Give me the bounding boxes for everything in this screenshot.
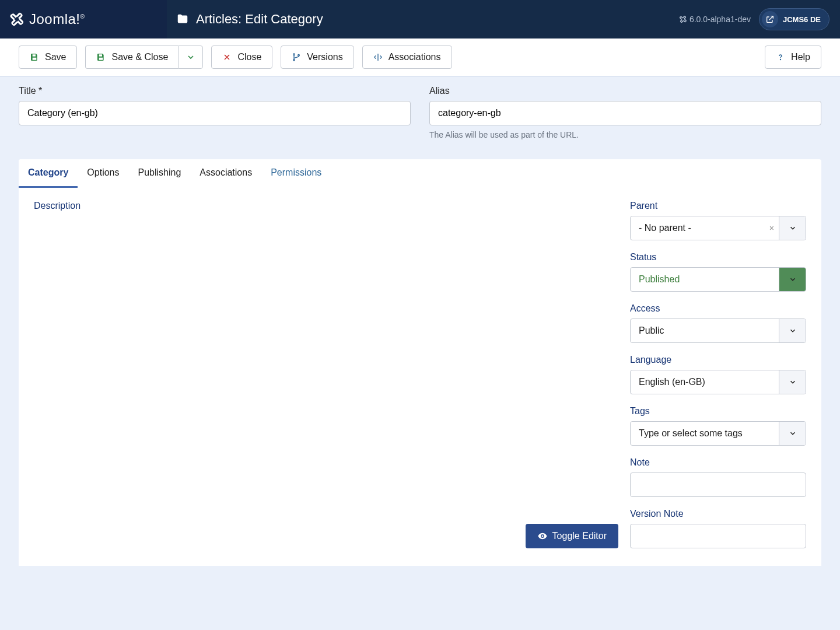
tab-publishing[interactable]: Publishing	[129, 159, 191, 188]
tab-associations[interactable]: Associations	[190, 159, 261, 188]
svg-point-2	[298, 54, 300, 56]
form-header: Title * Alias The Alias will be used as …	[0, 76, 840, 142]
description-label: Description	[34, 201, 618, 211]
tags-label: Tags	[630, 406, 806, 416]
folder-icon	[176, 13, 189, 26]
language-label: Language	[630, 355, 806, 365]
title-input[interactable]	[19, 101, 411, 125]
chevron-down-icon	[779, 370, 806, 394]
svg-point-3	[780, 59, 781, 60]
associations-button[interactable]: Associations	[362, 46, 452, 69]
title-label: Title *	[19, 86, 411, 96]
help-icon	[776, 52, 785, 62]
access-field: Access Public	[630, 303, 806, 343]
note-label: Note	[630, 457, 806, 468]
language-select[interactable]: English (en-GB)	[630, 370, 806, 394]
version-note-input[interactable]	[630, 524, 806, 548]
page-title-area: Articles: Edit Category	[167, 12, 679, 27]
version-text[interactable]: 6.0.0-alpha1-dev	[679, 15, 751, 24]
tags-field: Tags Type or select some tags	[630, 406, 806, 446]
note-field: Note	[630, 457, 806, 497]
joomla-mini-icon	[679, 15, 687, 23]
site-link-pill[interactable]: JCMS6 DE	[759, 8, 830, 30]
access-select[interactable]: Public	[630, 318, 806, 343]
parent-field: Parent - No parent - ×	[630, 201, 806, 240]
status-label: Status	[630, 252, 806, 262]
save-close-group: Save & Close	[85, 46, 203, 69]
clear-icon[interactable]: ×	[765, 216, 779, 240]
svg-point-0	[293, 54, 295, 55]
eye-icon	[537, 531, 548, 541]
associations-icon	[373, 52, 383, 62]
tab-permissions[interactable]: Permissions	[261, 159, 331, 188]
chevron-down-icon	[186, 52, 195, 62]
language-field: Language English (en-GB)	[630, 355, 806, 394]
branch-icon	[292, 52, 301, 62]
help-button[interactable]: Help	[765, 46, 821, 69]
brand-text: Joomla!®	[29, 11, 85, 27]
parent-label: Parent	[630, 201, 806, 211]
title-field-wrap: Title *	[19, 86, 411, 139]
joomla-icon	[9, 12, 24, 27]
save-icon	[96, 52, 106, 62]
side-fields: Parent - No parent - × Status Published …	[630, 201, 806, 548]
save-dropdown-button[interactable]	[178, 46, 203, 69]
svg-point-1	[293, 59, 295, 61]
access-label: Access	[630, 303, 806, 314]
external-icon	[762, 11, 778, 27]
brand-area[interactable]: Joomla!®	[0, 0, 167, 38]
status-field: Status Published	[630, 252, 806, 292]
toolbar: Save Save & Close Close Versions Associa…	[0, 38, 840, 76]
tags-select[interactable]: Type or select some tags	[630, 421, 806, 446]
panel-body: Description Toggle Editor Parent - No pa…	[19, 188, 821, 566]
save-icon	[30, 52, 39, 62]
chevron-down-icon	[779, 422, 806, 445]
versions-button[interactable]: Versions	[281, 46, 354, 69]
parent-select[interactable]: - No parent - ×	[630, 216, 806, 240]
editor-column: Description Toggle Editor	[34, 201, 618, 548]
version-note-label: Version Note	[630, 509, 806, 519]
close-button[interactable]: Close	[211, 46, 272, 69]
page-title: Articles: Edit Category	[196, 12, 323, 27]
chevron-down-icon	[779, 216, 806, 240]
alias-input[interactable]	[429, 101, 821, 125]
site-name: JCMS6 DE	[783, 15, 821, 24]
top-header: Joomla!® Articles: Edit Category 6.0.0-a…	[0, 0, 840, 38]
note-input[interactable]	[630, 473, 806, 497]
toggle-editor-button[interactable]: Toggle Editor	[526, 524, 618, 548]
close-icon	[222, 52, 232, 62]
status-select[interactable]: Published	[630, 267, 806, 292]
alias-field-wrap: Alias The Alias will be used as part of …	[429, 86, 821, 139]
version-note-field: Version Note	[630, 509, 806, 548]
main-panel: Category Options Publishing Associations…	[19, 159, 821, 566]
tabs: Category Options Publishing Associations…	[19, 159, 821, 188]
header-right: 6.0.0-alpha1-dev JCMS6 DE	[679, 8, 840, 30]
chevron-down-icon	[779, 268, 806, 291]
save-close-button[interactable]: Save & Close	[85, 46, 178, 69]
alias-label: Alias	[429, 86, 821, 96]
tab-category[interactable]: Category	[19, 159, 78, 188]
save-button[interactable]: Save	[19, 46, 77, 69]
tab-options[interactable]: Options	[78, 159, 128, 188]
chevron-down-icon	[779, 319, 806, 342]
alias-help: The Alias will be used as part of the UR…	[429, 130, 821, 139]
